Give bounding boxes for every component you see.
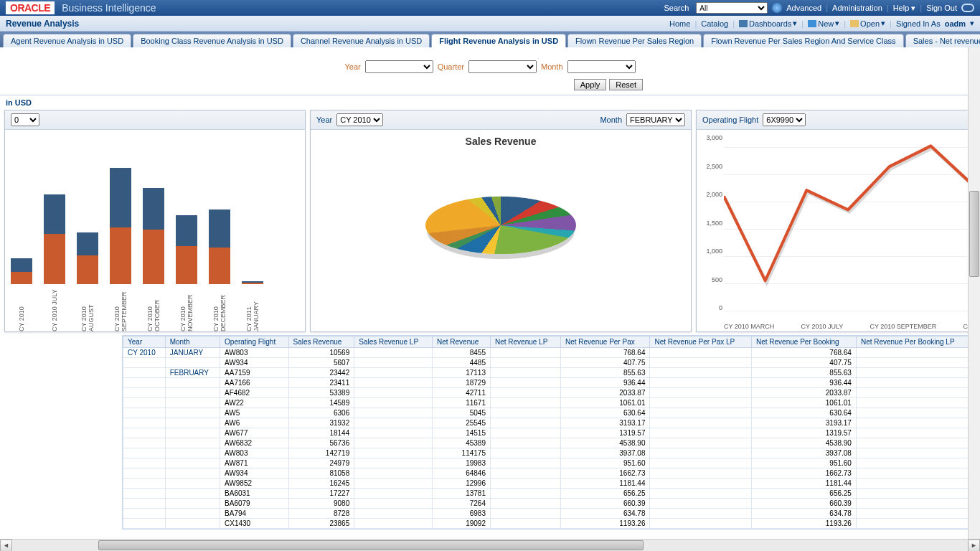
apply-button[interactable]: Apply: [574, 79, 607, 90]
tab-1[interactable]: Booking Class Revenue Analysis in USD: [133, 34, 291, 47]
tab-0[interactable]: Agent Revenue Analysis in USD: [3, 34, 131, 47]
col-header[interactable]: Operating Flight: [220, 336, 288, 348]
table-row: AF468253389427112033.872033.87: [123, 388, 974, 398]
prompt-quarter-select[interactable]: [468, 60, 537, 73]
nav-catalog[interactable]: Catalog: [701, 19, 728, 28]
dashboard-tabs: Agent Revenue Analysis in USDBooking Cla…: [0, 32, 980, 47]
table-row: AW93456074485407.75407.75: [123, 358, 974, 368]
header-right: Search All Advanced| Administration| Hel…: [664, 2, 974, 14]
col-header[interactable]: Year: [123, 336, 166, 348]
panel2-year-select[interactable]: CY 2010: [336, 113, 383, 126]
nav-home[interactable]: Home: [669, 19, 690, 28]
panel2-month-label: Month: [600, 116, 622, 124]
new-icon: [808, 20, 816, 27]
search-label: Search: [664, 4, 689, 12]
bar-chart-panel: 0 CY 2010CY 2010 JULYCY 2010 AUGUSTCY 20…: [4, 110, 306, 332]
vertical-scrollbar[interactable]: [968, 47, 980, 529]
search-icon[interactable]: [772, 3, 782, 13]
reset-button[interactable]: Reset: [609, 79, 643, 90]
panel1-select[interactable]: 0: [11, 113, 39, 126]
prompt-month-select[interactable]: [567, 60, 636, 73]
table-row: AW683256736453894538.904538.90: [123, 438, 974, 448]
link-advanced[interactable]: Advanced: [786, 4, 821, 12]
table-row: CX143023865190921193.261193.26: [123, 519, 974, 529]
table-row: FEBRUARYAA71592344217113855.63855.63: [123, 368, 974, 378]
col-header[interactable]: Net Revenue Per Booking LP: [856, 336, 973, 348]
nav-open[interactable]: Open ▾: [850, 19, 885, 28]
pie-chart-title: Sales Revenue: [311, 130, 691, 150]
link-signout[interactable]: Sign Out: [926, 4, 957, 12]
bar-chart: CY 2010CY 2010 JULYCY 2010 AUGUSTCY 2010…: [5, 130, 305, 331]
panel2-year-label: Year: [316, 116, 332, 124]
table-row: AW563065045630.64630.64: [123, 408, 974, 418]
line-chart: 3,0002,5002,0001,5001,0005000 CY 2010 MA…: [697, 130, 975, 331]
panel3-flight-select[interactable]: 6X9990: [763, 113, 806, 126]
nav-new[interactable]: New ▾: [808, 19, 839, 28]
pie-chart-panel: Year CY 2010 Month FEBRUARY Sales Revenu…: [310, 110, 692, 332]
data-table: YearMonthOperating FlightSales RevenueSa…: [123, 336, 974, 529]
tab-6[interactable]: Sales - Net revenue flown »: [905, 34, 980, 47]
table-row: AW8031427191141753937.083937.08: [123, 448, 974, 458]
tab-5[interactable]: Flown Revenue Per Sales Region And Servi…: [703, 34, 903, 47]
prompt-year-select[interactable]: [365, 60, 433, 73]
prompt-area: Year Quarter Month Apply Reset: [0, 47, 980, 95]
line-chart-panel: Operating Flight 6X9990 3,0002,5002,0001…: [696, 110, 976, 332]
panel2-month-select[interactable]: FEBRUARY: [626, 113, 685, 126]
panel3-flight-label: Operating Flight: [702, 116, 758, 124]
open-icon: [850, 20, 859, 27]
table-row: AW985216245129961181.441181.44: [123, 479, 974, 489]
signout-icon[interactable]: [961, 4, 974, 12]
pie-chart: [311, 150, 691, 301]
tab-4[interactable]: Flown Revenue Per Sales Region: [567, 34, 702, 47]
oracle-logo: ORACLE: [6, 1, 55, 14]
col-header[interactable]: Net Revenue Per Pax: [560, 336, 649, 348]
table-row: AW67718144145151319.571319.57: [123, 428, 974, 438]
table-row: AA71662341118729936.44936.44: [123, 378, 974, 388]
col-header[interactable]: Net Revenue Per Booking: [752, 336, 857, 348]
col-header[interactable]: Net Revenue: [432, 336, 490, 348]
global-header: ORACLE Business Intelligence Search All …: [0, 0, 980, 16]
page-title: Revenue Analysis: [6, 19, 79, 29]
nav-dashboards[interactable]: Dashboards ▾: [739, 19, 797, 28]
app-title: Business Intelligence: [62, 2, 156, 14]
prompt-quarter-label: Quarter: [438, 62, 464, 71]
col-header[interactable]: Month: [165, 336, 220, 348]
table-row: BA607990807264660.39660.39: [123, 499, 974, 509]
signed-in-user[interactable]: oadm: [945, 19, 966, 28]
table-row: CY 2010JANUARYAW803105698455768.64768.64: [123, 348, 974, 358]
table-row: AW631932255453193.173193.17: [123, 418, 974, 428]
data-table-wrap[interactable]: YearMonthOperating FlightSales RevenueSa…: [122, 335, 974, 529]
table-row: BA79487286983634.78634.78: [123, 509, 974, 519]
tab-2[interactable]: Channel Revenue Analysis in USD: [293, 34, 430, 47]
table-row: BA60311722713781656.25656.25: [123, 489, 974, 499]
col-header[interactable]: Net Revenue Per Pax LP: [650, 336, 752, 348]
section-label: in USD: [0, 95, 980, 110]
prompt-month-label: Month: [541, 62, 563, 71]
dashboards-icon: [739, 20, 748, 27]
search-scope-select[interactable]: All: [696, 2, 768, 14]
col-header[interactable]: Sales Revenue: [288, 336, 354, 348]
tab-3[interactable]: Flight Revenue Analysis in USD: [431, 34, 566, 47]
col-header[interactable]: Sales Revenue LP: [354, 336, 433, 348]
table-row: AW8712497919983951.60951.60: [123, 458, 974, 468]
link-administration[interactable]: Administration: [832, 4, 882, 12]
prompt-year-label: Year: [344, 62, 360, 71]
table-row: AW93481058648461662.731662.73: [123, 468, 974, 479]
link-help[interactable]: Help ▾: [893, 4, 916, 13]
charts-row: 0 CY 2010CY 2010 JULYCY 2010 AUGUSTCY 20…: [0, 110, 980, 332]
col-header[interactable]: Net Revenue LP: [490, 336, 560, 348]
page-bar-right: Home| Catalog| Dashboards ▾| New ▾| Open…: [669, 19, 974, 28]
signed-in-label: Signed In As: [896, 19, 941, 28]
table-row: AW2214589116711061.011061.01: [123, 398, 974, 408]
page-bar: Revenue Analysis Home| Catalog| Dashboar…: [0, 16, 980, 32]
